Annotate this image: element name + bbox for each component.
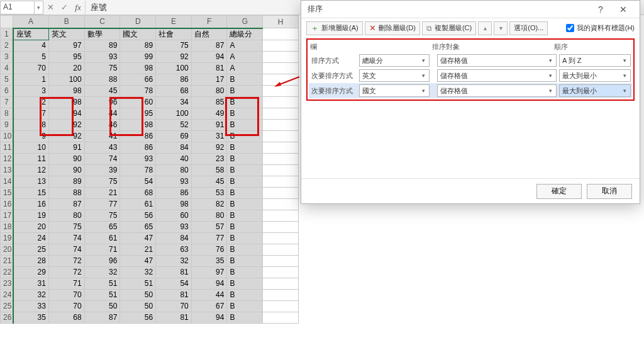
- cell[interactable]: 31: [191, 130, 227, 142]
- column-header[interactable]: F: [191, 16, 227, 28]
- row-header[interactable]: 24: [1, 289, 13, 300]
- cell[interactable]: B: [227, 130, 263, 142]
- cell[interactable]: 21: [120, 244, 156, 255]
- cell[interactable]: 21: [84, 187, 120, 198]
- row-header[interactable]: 11: [1, 142, 13, 153]
- cell[interactable]: 86: [156, 74, 192, 85]
- cell[interactable]: [263, 255, 299, 266]
- cell[interactable]: [263, 278, 299, 289]
- cell[interactable]: 70: [48, 300, 84, 312]
- row-header[interactable]: 21: [1, 255, 13, 266]
- cell[interactable]: 90: [48, 164, 84, 176]
- cell[interactable]: 80: [191, 210, 227, 221]
- row-header[interactable]: 7: [1, 96, 13, 108]
- sort-level-row[interactable]: 次要排序方式國文▾儲存格值▾最大到最小▾: [309, 83, 632, 98]
- cell[interactable]: 96: [84, 255, 120, 266]
- column-header[interactable]: B: [48, 16, 84, 28]
- cell[interactable]: 5: [13, 51, 49, 62]
- cell[interactable]: B: [227, 210, 263, 221]
- cell[interactable]: 81: [156, 312, 192, 323]
- row-header[interactable]: 23: [1, 278, 13, 289]
- row-header[interactable]: 16: [1, 198, 13, 210]
- cell[interactable]: 65: [120, 221, 156, 232]
- cell[interactable]: B: [227, 187, 263, 198]
- confirm-entry-icon[interactable]: ✓: [57, 1, 71, 14]
- cell[interactable]: B: [227, 142, 263, 153]
- cell[interactable]: 國文: [120, 28, 156, 40]
- cell[interactable]: 32: [156, 255, 192, 266]
- cell[interactable]: 75: [48, 221, 84, 232]
- cell[interactable]: [263, 312, 299, 323]
- cell[interactable]: 89: [84, 40, 120, 51]
- cell[interactable]: [263, 164, 299, 176]
- cell[interactable]: [263, 74, 299, 85]
- cell[interactable]: 28: [13, 255, 49, 266]
- cell[interactable]: 88: [48, 187, 84, 198]
- cell[interactable]: 43: [84, 142, 120, 153]
- row-header[interactable]: 26: [1, 312, 13, 323]
- cell[interactable]: 85: [191, 96, 227, 108]
- cell[interactable]: 93: [120, 153, 156, 164]
- has-header-input[interactable]: [566, 24, 574, 32]
- cell[interactable]: B: [227, 300, 263, 312]
- cell[interactable]: [263, 153, 299, 164]
- cell[interactable]: 89: [120, 40, 156, 51]
- cell[interactable]: 63: [156, 244, 192, 255]
- cell[interactable]: 91: [48, 142, 84, 153]
- cell[interactable]: 72: [48, 266, 84, 278]
- options-button[interactable]: 選項(O)...: [509, 21, 548, 35]
- cell[interactable]: 74: [48, 244, 84, 255]
- sort-order-dropdown[interactable]: A 到 Z▾: [559, 54, 631, 67]
- cell[interactable]: [263, 62, 299, 74]
- cell[interactable]: 45: [191, 176, 227, 187]
- cell[interactable]: 50: [84, 300, 120, 312]
- cell[interactable]: 60: [120, 96, 156, 108]
- sort-level-row[interactable]: 次要排序方式英文▾儲存格值▾最大到最小▾: [309, 68, 632, 83]
- row-header[interactable]: 5: [1, 74, 13, 85]
- row-header[interactable]: 4: [1, 62, 13, 74]
- cell[interactable]: [263, 51, 299, 62]
- cell[interactable]: 33: [13, 300, 49, 312]
- cell[interactable]: 座號: [13, 28, 49, 40]
- cell[interactable]: 74: [48, 232, 84, 244]
- cell[interactable]: 87: [48, 198, 84, 210]
- copy-level-button[interactable]: ⧉ 複製層級(C): [422, 21, 476, 35]
- cell[interactable]: 44: [191, 289, 227, 300]
- cell[interactable]: 86: [120, 142, 156, 153]
- cell[interactable]: 97: [191, 266, 227, 278]
- column-header[interactable]: H: [263, 16, 299, 28]
- cell[interactable]: 92: [156, 51, 192, 62]
- row-header[interactable]: 17: [1, 210, 13, 221]
- cell[interactable]: 70: [48, 289, 84, 300]
- cell[interactable]: 100: [48, 74, 84, 85]
- cancel-button[interactable]: 取消: [587, 184, 632, 199]
- cell[interactable]: 47: [120, 255, 156, 266]
- cell[interactable]: 81: [156, 266, 192, 278]
- cell[interactable]: 34: [156, 96, 192, 108]
- column-header[interactable]: G: [227, 16, 263, 28]
- cancel-entry-icon[interactable]: ✕: [43, 1, 57, 14]
- cell[interactable]: 39: [84, 164, 120, 176]
- cell[interactable]: 35: [13, 312, 49, 323]
- cell[interactable]: B: [227, 96, 263, 108]
- cell[interactable]: 91: [191, 119, 227, 130]
- column-header[interactable]: A: [13, 16, 49, 28]
- cell[interactable]: 94: [191, 278, 227, 289]
- sort-level-row[interactable]: 排序方式總級分▾儲存格值▾A 到 Z▾: [309, 53, 632, 68]
- row-header[interactable]: 6: [1, 85, 13, 96]
- cell[interactable]: 70: [13, 62, 49, 74]
- select-all-cell[interactable]: [1, 16, 13, 28]
- cell[interactable]: 60: [156, 210, 192, 221]
- cell[interactable]: 29: [13, 266, 49, 278]
- row-header[interactable]: 2: [1, 40, 13, 51]
- sort-on-dropdown[interactable]: 儲存格值▾: [437, 69, 557, 82]
- cell[interactable]: [263, 266, 299, 278]
- cell[interactable]: 86: [156, 187, 192, 198]
- cell[interactable]: [263, 96, 299, 108]
- cell[interactable]: 56: [120, 210, 156, 221]
- cell[interactable]: 8: [13, 119, 49, 130]
- cell[interactable]: B: [227, 312, 263, 323]
- cell[interactable]: B: [227, 244, 263, 255]
- sort-order-dropdown[interactable]: 最大到最小▾: [559, 69, 631, 82]
- row-header[interactable]: 14: [1, 176, 13, 187]
